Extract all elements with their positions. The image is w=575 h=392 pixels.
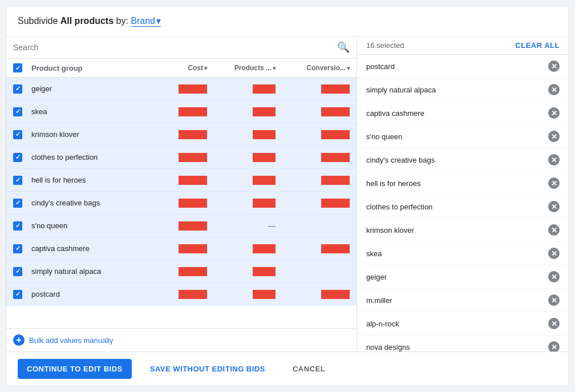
cancel-button[interactable]: CANCEL (284, 359, 334, 379)
row-checkbox[interactable] (13, 267, 22, 276)
header-cost[interactable]: Cost ▾ (150, 64, 207, 72)
remove-item-button[interactable]: ✕ (548, 294, 560, 306)
row-products (207, 267, 276, 276)
table-row[interactable]: postcard (6, 283, 357, 306)
header-conversion[interactable]: Conversio... ▾ (276, 64, 350, 72)
selected-item: krimson klover ✕ (357, 219, 569, 242)
row-checkbox-container (13, 153, 31, 162)
row-checkbox[interactable] (13, 290, 22, 299)
dropdown-icon: ▾ (156, 15, 161, 26)
selected-item-label: simply natural alpaca (366, 86, 436, 94)
row-checkbox[interactable] (13, 244, 22, 253)
select-all-checkbox[interactable] (13, 63, 22, 72)
remove-item-button[interactable]: ✕ (548, 224, 560, 236)
table-row[interactable]: s'no queen — (6, 215, 357, 237)
conversion-bar (321, 199, 350, 208)
modal-container: Subdivide All products by: Brand▾ 🔍 Prod… (6, 6, 569, 386)
row-checkbox[interactable] (13, 176, 22, 185)
row-cost (150, 153, 207, 162)
remove-item-button[interactable]: ✕ (548, 107, 560, 119)
row-conversion (276, 107, 350, 116)
table-row[interactable]: clothes to perfection (6, 146, 357, 169)
row-name: s'no queen (31, 221, 150, 230)
row-checkbox[interactable] (13, 130, 22, 139)
continue-button[interactable]: CONTINUE TO EDIT BIDS (18, 359, 132, 379)
row-products (207, 153, 276, 162)
remove-item-button[interactable]: ✕ (548, 131, 560, 142)
search-bar: 🔍 (6, 37, 357, 59)
table-row[interactable]: krimson klover (6, 123, 357, 146)
remove-item-button[interactable]: ✕ (548, 60, 560, 72)
right-panel-header: 16 selected CLEAR ALL (357, 37, 569, 55)
selected-item-label: cindy's creative bags (366, 156, 435, 164)
row-conversion (276, 290, 350, 299)
remove-item-button[interactable]: ✕ (548, 248, 560, 259)
header-prefix: Subdivide (18, 16, 60, 26)
bulk-add-icon[interactable]: + (13, 334, 25, 346)
table-row[interactable]: geiger (6, 78, 357, 100)
conversion-bar (321, 107, 350, 116)
header-check (13, 63, 31, 72)
products-bar (253, 107, 276, 116)
row-conversion (276, 130, 350, 139)
remove-item-button[interactable]: ✕ (548, 271, 560, 282)
row-checkbox-container (13, 107, 31, 116)
remove-item-button[interactable]: ✕ (548, 318, 560, 329)
selected-item: geiger ✕ (357, 265, 569, 289)
row-products (207, 84, 276, 94)
row-checkbox[interactable] (13, 153, 22, 162)
table-row[interactable]: skea (6, 100, 357, 123)
products-bar (253, 153, 276, 162)
row-name: hell is for heroes (31, 176, 150, 184)
selected-item-label: skea (366, 249, 382, 258)
row-checkbox[interactable] (13, 199, 22, 208)
selected-item-label: captiva cashmere (366, 109, 424, 118)
cost-bar (179, 199, 207, 208)
row-products (207, 130, 276, 139)
selected-count: 16 selected (366, 41, 404, 50)
remove-item-button[interactable]: ✕ (548, 84, 560, 95)
row-name: geiger (31, 84, 150, 93)
footer: CONTINUE TO EDIT BIDS SAVE WITHOUT EDITI… (6, 351, 569, 386)
row-name: simply natural alpaca (31, 267, 150, 276)
products-dash: — (268, 221, 276, 230)
selected-item-label: krimson klover (366, 226, 414, 235)
conversion-bar (321, 244, 350, 253)
table-body: geiger skea (6, 78, 357, 328)
remove-item-button[interactable]: ✕ (548, 154, 560, 165)
selected-item: hell is for heroes ✕ (357, 172, 569, 195)
cost-bar (179, 290, 207, 299)
row-cost (150, 176, 207, 185)
search-input[interactable] (13, 43, 333, 52)
remove-item-button[interactable]: ✕ (548, 341, 560, 351)
row-checkbox[interactable] (13, 84, 22, 94)
conversion-bar (321, 153, 350, 162)
selected-item: clothes to perfection ✕ (357, 195, 569, 219)
header-products[interactable]: Products ... ▾ (207, 64, 276, 72)
clear-all-button[interactable]: CLEAR ALL (515, 41, 560, 50)
row-checkbox[interactable] (13, 221, 22, 231)
row-checkbox[interactable] (13, 107, 22, 116)
row-checkbox-container (13, 199, 31, 208)
selected-item: cindy's creative bags ✕ (357, 148, 569, 172)
remove-item-button[interactable]: ✕ (548, 177, 560, 189)
remove-item-button[interactable]: ✕ (548, 201, 560, 212)
selected-item-label: clothes to perfection (366, 203, 432, 211)
table-row[interactable]: captiva cashmere (6, 237, 357, 260)
conversion-bar (321, 176, 350, 185)
row-products (207, 107, 276, 116)
table-row[interactable]: hell is for heroes (6, 169, 357, 192)
selected-item: simply natural alpaca ✕ (357, 78, 569, 102)
save-button[interactable]: SAVE WITHOUT EDITING BIDS (141, 359, 274, 379)
row-checkbox-container (13, 130, 31, 139)
products-bar (253, 290, 276, 299)
selected-item-label: postcard (366, 62, 395, 71)
brand-selector[interactable]: Brand▾ (131, 15, 161, 27)
selected-item-label: hell is for heroes (366, 179, 420, 188)
conversion-bar (321, 290, 350, 299)
bulk-add-link[interactable]: Bulk add values manually (29, 336, 113, 345)
selected-item-label: s'no queen (366, 132, 402, 141)
right-panel: 16 selected CLEAR ALL postcard ✕ simply … (357, 37, 569, 351)
table-row[interactable]: cindy's creative bags (6, 192, 357, 215)
table-row[interactable]: simply natural alpaca (6, 260, 357, 283)
